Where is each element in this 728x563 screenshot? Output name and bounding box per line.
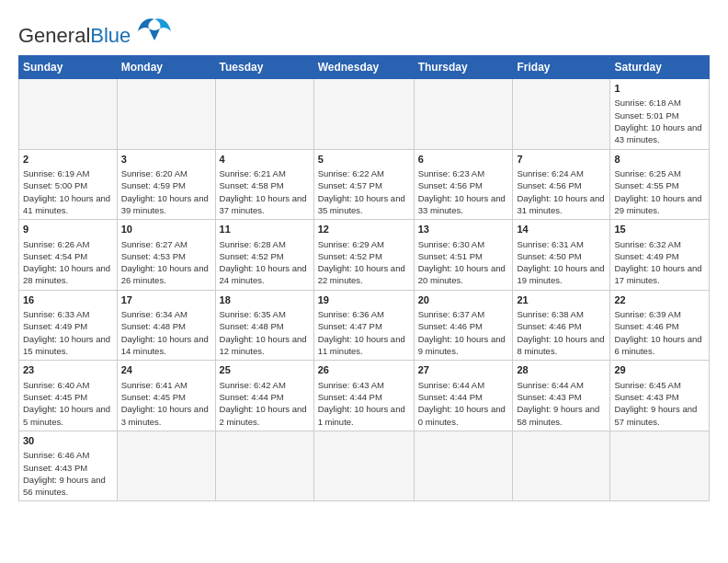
day-cell (513, 431, 610, 501)
day-cell: 28Sunrise: 6:44 AM Sunset: 4:43 PM Dayli… (513, 361, 610, 431)
day-header-wednesday: Wednesday (313, 56, 414, 79)
day-info: Sunrise: 6:24 AM Sunset: 4:56 PM Dayligh… (517, 167, 606, 216)
day-info: Sunrise: 6:33 AM Sunset: 4:49 PM Dayligh… (23, 308, 113, 357)
day-info: Sunrise: 6:26 AM Sunset: 4:54 PM Dayligh… (23, 238, 113, 287)
day-number: 25 (220, 363, 310, 377)
logo-text: GeneralBlue (18, 24, 136, 47)
day-info: Sunrise: 6:41 AM Sunset: 4:45 PM Dayligh… (121, 379, 211, 428)
day-number: 13 (418, 223, 509, 236)
day-cell: 24Sunrise: 6:41 AM Sunset: 4:45 PM Dayli… (117, 361, 215, 431)
day-number: 23 (23, 363, 113, 377)
day-info: Sunrise: 6:46 AM Sunset: 4:43 PM Dayligh… (23, 449, 113, 498)
day-header-saturday: Saturday (610, 56, 710, 79)
day-info: Sunrise: 6:45 AM Sunset: 4:43 PM Dayligh… (614, 379, 705, 428)
day-cell: 13Sunrise: 6:30 AM Sunset: 4:51 PM Dayli… (414, 220, 513, 291)
day-number: 4 (220, 153, 310, 167)
day-info: Sunrise: 6:39 AM Sunset: 4:46 PM Dayligh… (614, 308, 705, 357)
day-info: Sunrise: 6:21 AM Sunset: 4:58 PM Dayligh… (220, 167, 310, 216)
day-info: Sunrise: 6:34 AM Sunset: 4:48 PM Dayligh… (121, 308, 211, 357)
day-number: 15 (614, 223, 705, 236)
day-info: Sunrise: 6:29 AM Sunset: 4:52 PM Dayligh… (318, 238, 410, 287)
day-number: 5 (318, 153, 410, 167)
day-header-monday: Monday (117, 56, 215, 79)
day-number: 26 (318, 363, 410, 377)
day-info: Sunrise: 6:44 AM Sunset: 4:44 PM Dayligh… (418, 379, 509, 428)
day-number: 11 (220, 223, 310, 236)
day-cell: 19Sunrise: 6:36 AM Sunset: 4:47 PM Dayli… (313, 290, 414, 361)
day-cell: 1Sunrise: 6:18 AM Sunset: 5:01 PM Daylig… (610, 79, 710, 150)
day-cell (19, 79, 118, 150)
day-cell: 4Sunrise: 6:21 AM Sunset: 4:58 PM Daylig… (215, 149, 313, 220)
day-cell: 6Sunrise: 6:23 AM Sunset: 4:56 PM Daylig… (414, 149, 513, 220)
day-info: Sunrise: 6:23 AM Sunset: 4:56 PM Dayligh… (418, 167, 509, 216)
day-info: Sunrise: 6:18 AM Sunset: 5:01 PM Dayligh… (614, 97, 705, 145)
day-cell (215, 431, 313, 501)
day-header-sunday: Sunday (19, 56, 118, 79)
day-number: 30 (23, 434, 113, 448)
day-number: 19 (318, 293, 410, 307)
day-cell: 14Sunrise: 6:31 AM Sunset: 4:50 PM Dayli… (513, 220, 610, 291)
day-cell: 22Sunrise: 6:39 AM Sunset: 4:46 PM Dayli… (610, 290, 710, 361)
day-cell (117, 79, 215, 150)
day-cell: 3Sunrise: 6:20 AM Sunset: 4:59 PM Daylig… (117, 149, 215, 220)
day-info: Sunrise: 6:42 AM Sunset: 4:44 PM Dayligh… (220, 379, 310, 428)
day-cell: 30Sunrise: 6:46 AM Sunset: 4:43 PM Dayli… (19, 431, 118, 501)
day-info: Sunrise: 6:44 AM Sunset: 4:43 PM Dayligh… (517, 379, 606, 428)
day-number: 7 (517, 153, 606, 167)
day-number: 10 (121, 223, 211, 236)
logo-general: General (18, 24, 90, 47)
day-number: 8 (614, 153, 705, 167)
logo: GeneralBlue (18, 15, 171, 46)
day-cell (610, 431, 710, 501)
day-number: 12 (318, 223, 410, 236)
day-header-tuesday: Tuesday (215, 56, 313, 79)
day-number: 16 (23, 293, 113, 307)
day-number: 22 (614, 293, 705, 307)
day-number: 1 (614, 82, 705, 96)
day-number: 18 (220, 293, 310, 307)
day-info: Sunrise: 6:20 AM Sunset: 4:59 PM Dayligh… (121, 167, 211, 216)
day-cell: 2Sunrise: 6:19 AM Sunset: 5:00 PM Daylig… (19, 149, 118, 220)
calendar-page: GeneralBlue SundayMondayTuesdayWednesday… (0, 0, 728, 563)
day-number: 29 (614, 363, 705, 377)
day-number: 20 (418, 293, 509, 307)
day-info: Sunrise: 6:32 AM Sunset: 4:49 PM Dayligh… (614, 238, 705, 287)
day-cell: 18Sunrise: 6:35 AM Sunset: 4:48 PM Dayli… (215, 290, 313, 361)
day-cell: 9Sunrise: 6:26 AM Sunset: 4:54 PM Daylig… (19, 220, 118, 291)
day-number: 27 (418, 363, 509, 377)
day-cell: 25Sunrise: 6:42 AM Sunset: 4:44 PM Dayli… (215, 361, 313, 431)
day-info: Sunrise: 6:43 AM Sunset: 4:44 PM Dayligh… (318, 379, 410, 428)
day-info: Sunrise: 6:27 AM Sunset: 4:53 PM Dayligh… (121, 238, 211, 287)
day-cell: 15Sunrise: 6:32 AM Sunset: 4:49 PM Dayli… (610, 220, 710, 291)
day-number: 3 (121, 153, 211, 167)
day-info: Sunrise: 6:37 AM Sunset: 4:46 PM Dayligh… (418, 308, 509, 357)
day-info: Sunrise: 6:35 AM Sunset: 4:48 PM Dayligh… (220, 308, 310, 357)
day-number: 21 (517, 293, 606, 307)
day-info: Sunrise: 6:40 AM Sunset: 4:45 PM Dayligh… (23, 379, 113, 428)
day-number: 28 (517, 363, 606, 377)
day-info: Sunrise: 6:25 AM Sunset: 4:55 PM Dayligh… (614, 167, 705, 216)
week-row-5: 23Sunrise: 6:40 AM Sunset: 4:45 PM Dayli… (19, 361, 710, 431)
day-cell: 20Sunrise: 6:37 AM Sunset: 4:46 PM Dayli… (414, 290, 513, 361)
day-number: 14 (517, 223, 606, 236)
day-cell: 16Sunrise: 6:33 AM Sunset: 4:49 PM Dayli… (19, 290, 118, 361)
day-number: 2 (23, 153, 113, 167)
day-info: Sunrise: 6:36 AM Sunset: 4:47 PM Dayligh… (318, 308, 410, 357)
day-cell: 23Sunrise: 6:40 AM Sunset: 4:45 PM Dayli… (19, 361, 118, 431)
day-cell: 29Sunrise: 6:45 AM Sunset: 4:43 PM Dayli… (610, 361, 710, 431)
day-cell: 10Sunrise: 6:27 AM Sunset: 4:53 PM Dayli… (117, 220, 215, 291)
day-cell (117, 431, 215, 501)
day-info: Sunrise: 6:38 AM Sunset: 4:46 PM Dayligh… (517, 308, 606, 357)
day-number: 9 (23, 223, 113, 236)
day-cell: 27Sunrise: 6:44 AM Sunset: 4:44 PM Dayli… (414, 361, 513, 431)
day-cell (513, 79, 610, 150)
day-cell: 7Sunrise: 6:24 AM Sunset: 4:56 PM Daylig… (513, 149, 610, 220)
logo-blue: Blue (90, 24, 131, 47)
day-cell: 17Sunrise: 6:34 AM Sunset: 4:48 PM Dayli… (117, 290, 215, 361)
day-number: 24 (121, 363, 211, 377)
day-cell: 5Sunrise: 6:22 AM Sunset: 4:57 PM Daylig… (313, 149, 414, 220)
week-row-1: 1Sunrise: 6:18 AM Sunset: 5:01 PM Daylig… (19, 79, 710, 150)
day-info: Sunrise: 6:28 AM Sunset: 4:52 PM Dayligh… (220, 238, 310, 287)
day-cell: 21Sunrise: 6:38 AM Sunset: 4:46 PM Dayli… (513, 290, 610, 361)
day-cell (313, 431, 414, 501)
